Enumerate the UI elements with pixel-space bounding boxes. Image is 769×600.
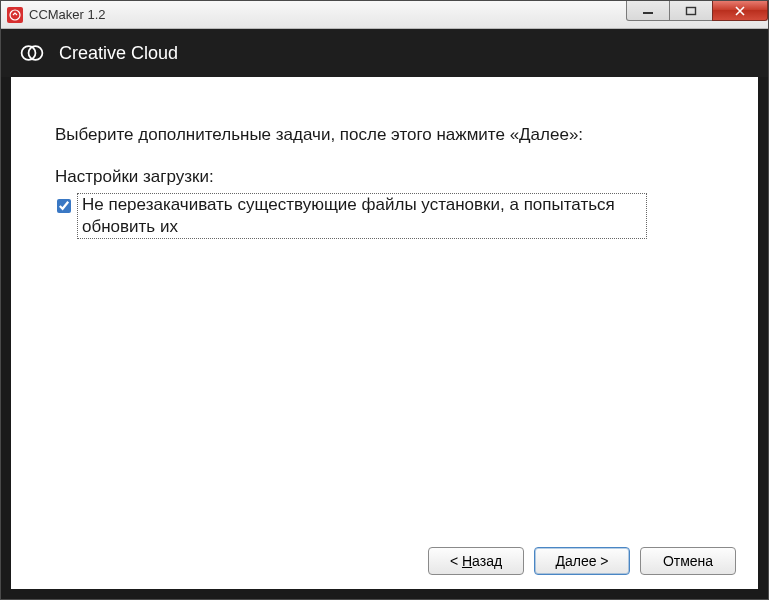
- svg-rect-2: [687, 7, 696, 14]
- button-row: < Назад Далее > Отмена: [428, 547, 736, 575]
- back-button[interactable]: < Назад: [428, 547, 524, 575]
- cancel-button[interactable]: Отмена: [640, 547, 736, 575]
- instruction-text: Выберите дополнительные задачи, после эт…: [55, 125, 714, 145]
- content-area: Выберите дополнительные задачи, после эт…: [1, 77, 768, 599]
- maximize-button[interactable]: [669, 1, 713, 21]
- checkbox-row[interactable]: Не перезакачивать существующие файлы уст…: [57, 193, 714, 239]
- svg-point-0: [10, 10, 20, 20]
- title-bar[interactable]: CCMaker 1.2: [1, 1, 768, 29]
- creative-cloud-icon: [19, 40, 45, 66]
- next-button[interactable]: Далее >: [534, 547, 630, 575]
- window-title: CCMaker 1.2: [29, 7, 627, 22]
- minimize-button[interactable]: [626, 1, 670, 21]
- window: CCMaker 1.2 Creative Cloud Выберите допо…: [0, 0, 769, 600]
- close-button[interactable]: [712, 1, 768, 21]
- window-controls: [627, 1, 768, 28]
- app-icon: [7, 7, 23, 23]
- banner-title: Creative Cloud: [59, 43, 178, 64]
- checkbox-label: Не перезакачивать существующие файлы уст…: [77, 193, 647, 239]
- banner: Creative Cloud: [1, 29, 768, 77]
- update-files-checkbox[interactable]: [57, 199, 71, 213]
- section-label: Настройки загрузки:: [55, 167, 714, 187]
